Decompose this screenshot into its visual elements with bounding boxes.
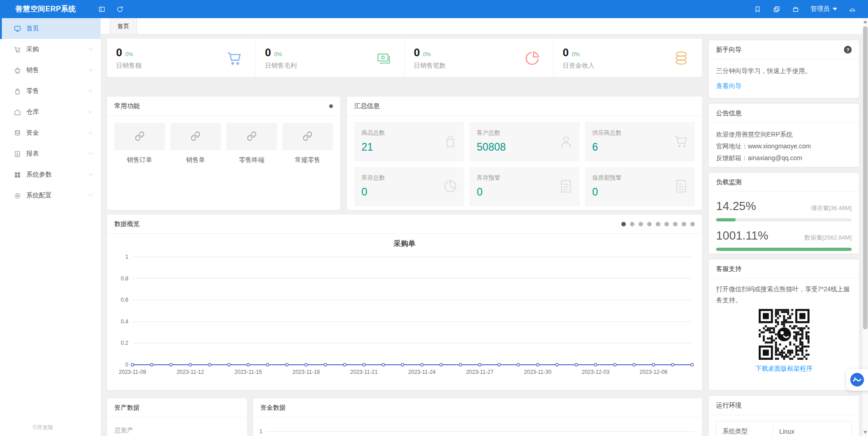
quick-item-label: 销售订单	[114, 156, 165, 164]
data-metric: 1001.11% 数据量[2562.84M]	[709, 229, 859, 251]
card-title: 汇总信息	[354, 102, 380, 110]
fund-chart: 1	[253, 417, 702, 435]
sidebar-item-reports[interactable]: 报表	[0, 143, 101, 164]
announcement-line: 反馈邮箱：ainaxiang@qq.com	[716, 152, 852, 164]
svg-text:2023-12-03: 2023-12-03	[582, 369, 610, 375]
sidebar-item-label: 资金	[26, 129, 39, 137]
chevron-down-icon	[88, 171, 93, 179]
carousel-dot[interactable]	[329, 104, 333, 108]
bell-icon[interactable]	[848, 5, 856, 13]
carousel-dot[interactable]	[656, 222, 660, 226]
quick-functions-card: 常用功能 销售订单 销售单 零售终端 常规零售	[107, 97, 340, 210]
archive-icon[interactable]	[791, 5, 800, 13]
quick-item-sales-bill[interactable]: 销售单	[171, 123, 221, 164]
svg-text:0: 0	[125, 362, 128, 368]
svg-text:0.4: 0.4	[121, 318, 128, 325]
copy-icon[interactable]	[772, 5, 780, 13]
guide-card: 新手向导 三分钟向导学习，快速上手使用。 查看向导	[709, 40, 859, 98]
chevron-down-icon	[88, 67, 93, 74]
cart-icon	[13, 66, 22, 75]
help-icon[interactable]	[844, 46, 852, 54]
bookmark-icon[interactable]	[753, 5, 761, 13]
download-desktop-link[interactable]: 下载桌面版框架程序	[716, 363, 852, 374]
carousel-dot[interactable]	[630, 222, 634, 226]
tab-home[interactable]: 首页	[110, 18, 137, 34]
stat-value: 0	[414, 46, 420, 59]
sidebar-item-system-params[interactable]: 系统参数	[0, 164, 101, 185]
axis-tick: 1	[259, 428, 263, 435]
cache-metric: 14.25% 缓存量[36.48M]	[709, 199, 859, 221]
user-menu[interactable]: 管理员	[810, 5, 837, 13]
daily-stats-card: 00% 日销售额 00% 日销售毛利 00% 日销售笔数	[107, 39, 702, 77]
svg-text:2023-12-06: 2023-12-06	[639, 369, 668, 375]
file-icon	[558, 178, 574, 196]
version-label: ©开发版	[0, 424, 86, 431]
stat-value: 0	[563, 46, 569, 59]
summary-item-inventory: 库存总数 0	[354, 167, 464, 206]
stat-daily-gross-profit: 00% 日销售毛利	[255, 39, 404, 77]
stat-daily-sales: 00% 日销售额	[107, 39, 255, 77]
right-panel: 新手向导 三分钟向导学习，快速上手使用。 查看向导 公告信息 欢迎使用善慧空间E…	[709, 34, 859, 436]
quick-item-regular-retail[interactable]: 常规零售	[283, 123, 333, 164]
environment-card: 运行环境 系统类型 Linux	[709, 396, 859, 436]
carousel-dot[interactable]	[639, 222, 643, 226]
quick-item-retail-terminal[interactable]: 零售终端	[226, 123, 277, 164]
card-title: 负载监测	[716, 178, 741, 186]
scroll-down-arrow[interactable]	[863, 431, 867, 434]
stat-label: 日销售笔数	[414, 62, 446, 70]
scroll-up-arrow[interactable]	[863, 20, 867, 23]
sidebar-item-warehouse[interactable]: 仓库	[0, 102, 101, 122]
card-title: 新手向导	[716, 46, 741, 54]
environment-table: 系统类型 Linux	[716, 421, 852, 436]
view-guide-link[interactable]: 查看向导	[716, 81, 741, 91]
sidebar-item-system-config[interactable]: 系统配置	[0, 185, 101, 206]
sidebar-item-funds[interactable]: 资金	[0, 122, 101, 143]
sidebar-item-home[interactable]: 首页	[0, 18, 101, 39]
summary-item-expiry-warning: 保质期预警 0	[585, 167, 695, 206]
asset-data-card: 资产数据 总资产	[107, 398, 247, 436]
svg-text:2023-11-18: 2023-11-18	[293, 369, 320, 375]
svg-text:2023-11-12: 2023-11-12	[176, 369, 204, 375]
cart-icon	[673, 133, 689, 151]
support-card: 客服支持 打开微信扫码或搜索点熊猫叶，享受7*24线上服务支持。 下载桌面版框架…	[709, 260, 859, 390]
chevron-down-icon	[88, 46, 93, 54]
data-overview-card: 数据概览 采购单 00.20.40.60.812023-11-092023-11…	[107, 215, 702, 390]
fund-data-card: 资金数据 1	[253, 398, 702, 436]
collapse-menu-icon[interactable]	[98, 5, 106, 13]
carousel-dot[interactable]	[673, 222, 678, 226]
svg-text:2023-11-27: 2023-11-27	[466, 369, 494, 375]
stat-daily-order-count: 00% 日销售笔数	[405, 39, 553, 77]
report-icon	[13, 149, 22, 158]
link-icon	[302, 131, 312, 142]
progress-bar	[716, 248, 852, 251]
sidebar-item-sales[interactable]: 销售	[0, 60, 101, 81]
refresh-icon[interactable]	[116, 5, 124, 13]
carousel-dot[interactable]	[690, 222, 695, 226]
summary-item-products: 商品总数 21	[354, 122, 464, 162]
sidebar-item-label: 系统配置	[26, 191, 52, 200]
sidebar-item-label: 首页	[26, 24, 39, 33]
chevron-down-icon	[88, 109, 93, 116]
service-float-button[interactable]	[846, 369, 868, 391]
file-list-icon	[673, 178, 689, 196]
announcement-card: 公告信息 欢迎使用善慧空间ERP系统 官网地址：www.xiongmaoye.c…	[709, 104, 859, 167]
svg-text:2023-11-24: 2023-11-24	[408, 369, 436, 375]
carousel-dot[interactable]	[621, 222, 626, 226]
asset-row-label: 总资产	[107, 417, 247, 436]
stat-value: 0	[116, 46, 122, 59]
bag-icon	[442, 133, 458, 151]
carousel-dot[interactable]	[664, 222, 669, 226]
sidebar-item-purchase[interactable]: 采购	[0, 39, 101, 60]
sidebar: 首页 采购 销售 零售 仓库	[0, 18, 101, 436]
carousel-dot[interactable]	[682, 222, 686, 226]
stat-percent: 0%	[125, 51, 133, 58]
overview-pagination	[621, 222, 695, 226]
quick-item-sales-order[interactable]: 销售订单	[114, 123, 165, 164]
carousel-dot[interactable]	[647, 222, 652, 226]
sidebar-item-retail[interactable]: 零售	[0, 81, 101, 102]
scrollbar-thumb[interactable]	[863, 26, 868, 329]
grid-icon	[13, 170, 22, 179]
summary-item-customers: 客户总数 50808	[469, 122, 579, 162]
stat-label: 日销售额	[116, 62, 141, 70]
svg-text:0.2: 0.2	[121, 340, 128, 346]
